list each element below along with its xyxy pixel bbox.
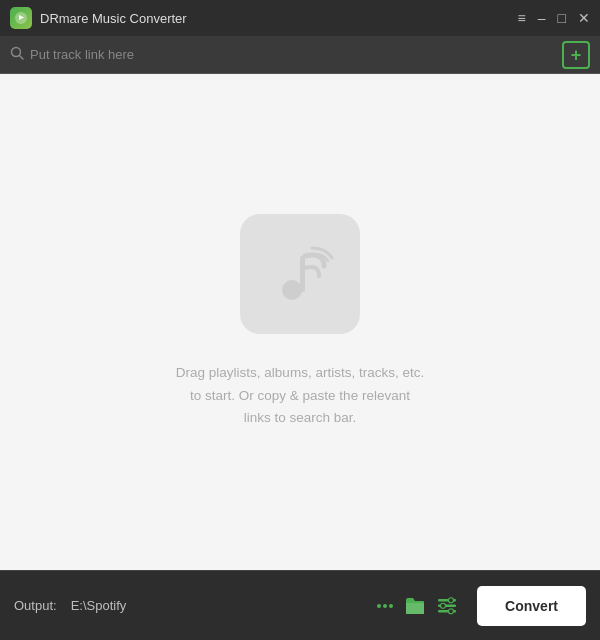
empty-message: Drag playlists, albums, artists, tracks,… xyxy=(176,362,424,431)
more-options-icon[interactable] xyxy=(377,604,393,608)
convert-button[interactable]: Convert xyxy=(477,586,586,626)
output-path: E:\Spotify xyxy=(71,598,367,613)
folder-icon[interactable] xyxy=(405,597,425,615)
search-input[interactable] xyxy=(30,47,562,62)
main-content: Drag playlists, albums, artists, tracks,… xyxy=(0,74,600,570)
title-bar: DRmare Music Converter ≡ – □ ✕ xyxy=(0,0,600,36)
list-settings-icon[interactable] xyxy=(437,597,457,615)
svg-point-8 xyxy=(449,597,454,602)
svg-point-10 xyxy=(449,608,454,613)
svg-point-9 xyxy=(441,603,446,608)
menu-icon[interactable]: ≡ xyxy=(518,11,526,25)
minimize-button[interactable]: – xyxy=(538,11,546,25)
window-controls: ≡ – □ ✕ xyxy=(518,11,590,25)
search-icon xyxy=(10,46,24,63)
svg-line-2 xyxy=(20,56,24,60)
output-label: Output: xyxy=(14,598,57,613)
close-button[interactable]: ✕ xyxy=(578,11,590,25)
svg-rect-4 xyxy=(300,256,305,292)
bottom-bar: Output: E:\Spotify Conve xyxy=(0,570,600,640)
add-button[interactable]: + xyxy=(562,41,590,69)
title-left: DRmare Music Converter xyxy=(10,7,187,29)
music-placeholder-icon xyxy=(240,214,360,334)
app-title: DRmare Music Converter xyxy=(40,11,187,26)
bottom-icons xyxy=(377,597,457,615)
search-bar: + xyxy=(0,36,600,74)
maximize-button[interactable]: □ xyxy=(558,11,566,25)
app-icon xyxy=(10,7,32,29)
svg-point-3 xyxy=(282,280,302,300)
